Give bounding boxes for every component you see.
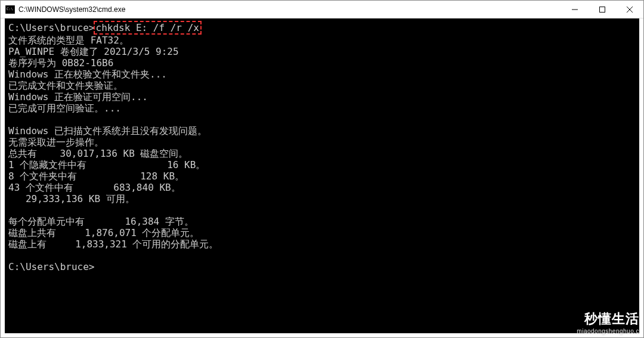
cmd-window: C:\ C:\WINDOWS\system32\cmd.exe C:\Users…: [0, 0, 644, 338]
prompt-path: C:\Users\bruce>: [8, 22, 95, 33]
command-highlight: chkdsk E: /f /r /x: [94, 21, 202, 35]
svg-text:C:\: C:\: [7, 7, 13, 11]
window-title: C:\WINDOWS\system32\cmd.exe: [18, 5, 561, 14]
minimize-button[interactable]: [561, 1, 589, 18]
cmd-icon: C:\: [5, 5, 15, 14]
maximize-button[interactable]: [589, 1, 616, 18]
terminal-lines: 文件系统的类型是 FAT32。 PA_WINPE 卷创建了 2021/3/5 9…: [8, 35, 219, 250]
terminal-output[interactable]: C:\Users\bruce>chkdsk E: /f /r /x 文件系统的类…: [1, 18, 643, 337]
titlebar[interactable]: C:\ C:\WINDOWS\system32\cmd.exe: [1, 1, 643, 18]
svg-rect-3: [600, 7, 605, 12]
window-controls: [561, 1, 643, 18]
close-button[interactable]: [616, 1, 643, 18]
prompt-current: C:\Users\bruce>: [8, 261, 95, 272]
